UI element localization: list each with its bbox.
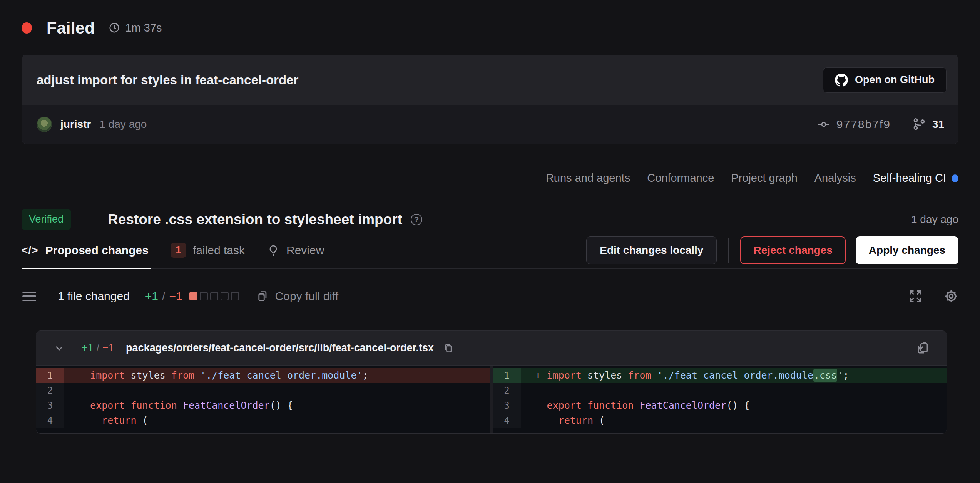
line-number: 2 bbox=[36, 383, 64, 398]
line-number: 4 bbox=[493, 413, 521, 428]
line-number: 3 bbox=[36, 398, 64, 413]
commit-icon bbox=[817, 118, 830, 131]
diff-line: 4 return ( bbox=[493, 413, 947, 428]
nav-project-graph[interactable]: Project graph bbox=[731, 172, 798, 184]
duration: 1m 37s bbox=[109, 22, 162, 34]
code-text: export function FeatCancelOrder() { bbox=[521, 400, 750, 411]
nav-runs-and-agents[interactable]: Runs and agents bbox=[546, 172, 630, 184]
github-icon bbox=[835, 74, 848, 87]
tabs: </> Proposed changes 1 failed task Revie… bbox=[22, 232, 324, 268]
code-text: + import styles from './feat-cancel-orde… bbox=[521, 370, 849, 381]
diffstat: +1 / −1 bbox=[145, 290, 182, 303]
tabs-row: </> Proposed changes 1 failed task Revie… bbox=[22, 232, 958, 269]
clock-icon bbox=[109, 22, 120, 34]
failed-count-badge: 1 bbox=[171, 243, 186, 258]
diff-line: 3 export function FeatCancelOrder() { bbox=[36, 398, 490, 413]
commit-time: 1 day ago bbox=[99, 118, 147, 131]
status-title: Failed bbox=[47, 18, 95, 37]
nav-self-healing-ci[interactable]: Self-healing CI bbox=[873, 172, 958, 184]
open-on-github-button[interactable]: Open on GitHub bbox=[823, 67, 947, 93]
diff-line: 2 bbox=[493, 383, 947, 398]
diff-view-controls bbox=[908, 289, 958, 304]
diff-line: 2 bbox=[36, 383, 490, 398]
diff-panel-old: 1- import styles from './feat-cancel-ord… bbox=[36, 366, 490, 433]
chevron-down-icon[interactable] bbox=[53, 342, 65, 354]
copy-full-diff-button[interactable]: Copy full diff bbox=[256, 290, 339, 303]
fix-time: 1 day ago bbox=[911, 213, 958, 226]
diff-line: 3 export function FeatCancelOrder() { bbox=[493, 398, 947, 413]
actions-divider bbox=[728, 238, 729, 263]
code-text: return ( bbox=[64, 415, 148, 426]
commit-card-header: adjust import for styles in feat-cancel-… bbox=[22, 55, 958, 105]
commit-card: adjust import for styles in feat-cancel-… bbox=[22, 55, 958, 144]
diff-line: 1+ import styles from './feat-cancel-ord… bbox=[493, 368, 947, 383]
lightbulb-icon bbox=[267, 244, 279, 257]
line-number: 1 bbox=[493, 368, 521, 383]
line-number: 4 bbox=[36, 413, 64, 428]
file-summary-row: 1 file changed +1 / −1 Copy full diff bbox=[22, 283, 958, 309]
nav-conformance[interactable]: Conformance bbox=[647, 172, 714, 184]
fix-title: Restore .css extension to stylesheet imp… bbox=[108, 211, 402, 228]
avatar[interactable] bbox=[37, 117, 52, 132]
top-nav: Runs and agents Conformance Project grap… bbox=[22, 172, 958, 184]
verified-badge: Verified bbox=[22, 209, 71, 230]
author-name: juristr bbox=[60, 118, 91, 131]
action-buttons: Edit changes locally Reject changes Appl… bbox=[586, 236, 958, 264]
tab-proposed-changes[interactable]: </> Proposed changes bbox=[22, 232, 149, 268]
file-path: packages/orders/feat-cancel-order/src/li… bbox=[126, 342, 434, 354]
expand-icon[interactable] bbox=[908, 289, 922, 303]
branch-count[interactable]: 31 bbox=[912, 117, 944, 131]
diffstat-squares bbox=[189, 292, 239, 300]
diff-body: 1- import styles from './feat-cancel-ord… bbox=[36, 366, 947, 433]
diff-line: 4 return ( bbox=[36, 413, 490, 428]
file-list-icon[interactable] bbox=[22, 289, 37, 304]
tab-failed-task[interactable]: 1 failed task bbox=[171, 232, 245, 268]
code-text: return ( bbox=[521, 415, 605, 426]
line-number: 2 bbox=[493, 383, 521, 398]
reject-changes-button[interactable]: Reject changes bbox=[740, 236, 845, 264]
tab-review[interactable]: Review bbox=[267, 232, 324, 268]
copy-icon bbox=[256, 290, 269, 303]
help-icon[interactable]: ? bbox=[411, 214, 422, 225]
failed-status-icon bbox=[22, 22, 32, 34]
commit-title: adjust import for styles in feat-cancel-… bbox=[37, 73, 823, 87]
diff-file-header: +1 / −1 packages/orders/feat-cancel-orde… bbox=[36, 331, 947, 366]
notification-dot-icon bbox=[952, 174, 958, 182]
code-icon: </> bbox=[22, 244, 38, 257]
nav-analysis[interactable]: Analysis bbox=[814, 172, 856, 184]
copy-path-icon[interactable] bbox=[443, 343, 454, 354]
line-number: 1 bbox=[36, 368, 64, 383]
diff-panel-divider bbox=[490, 366, 493, 433]
edit-changes-locally-button[interactable]: Edit changes locally bbox=[586, 236, 717, 264]
code-text: - import styles from './feat-cancel-orde… bbox=[64, 370, 368, 381]
diff-card: +1 / −1 packages/orders/feat-cancel-orde… bbox=[36, 330, 947, 434]
page: Failed 1m 37s adjust import for styles i… bbox=[0, 0, 980, 434]
code-text: export function FeatCancelOrder() { bbox=[64, 400, 293, 411]
diff-line: 1- import styles from './feat-cancel-ord… bbox=[36, 368, 490, 383]
duration-text: 1m 37s bbox=[125, 22, 162, 34]
commit-card-meta: juristr 1 day ago 9778b7f9 31 bbox=[22, 105, 958, 144]
clipboard-icon[interactable] bbox=[916, 341, 930, 355]
git-branch-icon bbox=[912, 117, 926, 131]
diff-panel-new: 1+ import styles from './feat-cancel-ord… bbox=[493, 366, 947, 433]
github-button-label: Open on GitHub bbox=[855, 74, 935, 86]
files-changed-label: 1 file changed bbox=[58, 290, 130, 303]
file-diffstat: +1 / −1 bbox=[82, 342, 114, 354]
fix-heading-row: Verified Restore .css extension to style… bbox=[22, 209, 958, 230]
apply-changes-button[interactable]: Apply changes bbox=[856, 236, 958, 264]
status-header: Failed 1m 37s bbox=[22, 17, 958, 39]
commit-hash[interactable]: 9778b7f9 bbox=[817, 118, 891, 131]
gear-icon[interactable] bbox=[944, 289, 958, 304]
line-number: 3 bbox=[493, 398, 521, 413]
